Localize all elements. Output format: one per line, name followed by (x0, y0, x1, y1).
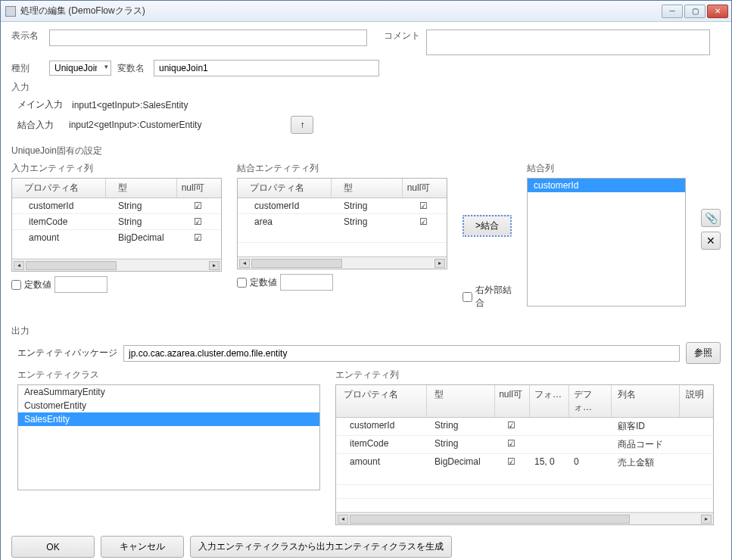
display-name-input[interactable] (49, 30, 367, 46)
label-join-entity-col: 結合エンティティ列 (237, 162, 447, 175)
titlebar: 処理の編集 (DemoFlowクラス) ─ ▢ ✕ (1, 1, 731, 22)
type-dropdown[interactable]: UniqueJoin (49, 61, 111, 76)
label-varname: 変数名 (117, 62, 148, 75)
hscroll2[interactable]: ◂ ▸ (238, 257, 447, 269)
entity-package-input[interactable] (123, 345, 680, 362)
swap-button[interactable]: ↑ (291, 116, 313, 134)
constant-checkbox-right[interactable] (237, 278, 247, 288)
input-entity-grid[interactable]: プロパティ名 型 null可 customerIdString☑itemCode… (11, 178, 222, 272)
label-join-input: 結合入力 (17, 119, 54, 132)
ocol-prop: プロパティ名 (336, 385, 427, 417)
join-input-value: input2<getInput>:CustomerEntity (69, 120, 201, 130)
cancel-button[interactable]: キャンセル (101, 536, 184, 558)
join-columns-list[interactable]: customerId (527, 178, 686, 306)
ocol-type: 型 (427, 385, 495, 417)
table-row[interactable]: itemCodeString☑商品コード (336, 436, 713, 454)
hscroll3[interactable]: ◂ ▸ (336, 512, 713, 524)
label-entity-class: エンティティクラス (17, 369, 320, 381)
label-comment: コメント (384, 30, 420, 42)
window-title: 処理の編集 (DemoFlowクラス) (20, 5, 145, 17)
join-button[interactable]: >結合 (463, 215, 512, 237)
col-null: null可 (177, 179, 212, 198)
table-row[interactable]: itemCodeString☑ (12, 214, 221, 230)
output-grid[interactable]: プロパティ名 型 null可 フォ… デフォ… 列名 説明 customerId… (335, 384, 714, 525)
label-entity-package: エンティティパッケージ (17, 347, 117, 359)
label-input: 入力 (11, 81, 721, 94)
ocol-desc: 説明 (680, 385, 713, 417)
ocol-null: null可 (495, 385, 530, 417)
col-null2: null可 (403, 179, 438, 198)
list-item[interactable]: AreaSummaryEntity (18, 385, 319, 399)
col-type: 型 (106, 179, 177, 198)
attach-button[interactable]: 📎 (701, 209, 721, 227)
constant-field-left[interactable] (55, 276, 107, 293)
comment-textarea[interactable] (426, 30, 710, 55)
generate-button[interactable]: 入力エンティティクラスから出力エンティティクラスを生成 (190, 536, 452, 558)
varname-input[interactable] (154, 60, 379, 76)
label-outer-join: 右外部結合 (475, 284, 512, 310)
list-item[interactable]: customerId (528, 179, 685, 192)
label-constant-right: 定数値 (250, 276, 277, 289)
constant-field-right[interactable] (280, 274, 333, 291)
label-entity-columns: エンティティ列 (335, 369, 721, 381)
label-main-input: メイン入力 (17, 98, 63, 111)
col-prop2: プロパティ名 (238, 179, 332, 198)
minimize-button[interactable]: ─ (662, 5, 683, 18)
hscroll[interactable]: ◂ ▸ (12, 259, 221, 271)
label-join-col: 結合列 (527, 162, 686, 175)
label-output: 出力 (11, 325, 721, 338)
label-constant-left: 定数値 (24, 278, 51, 291)
label-type: 種別 (11, 62, 43, 75)
ocol-name: 列名 (612, 385, 680, 417)
label-input-entity-col: 入力エンティティ列 (11, 162, 222, 175)
label-settings-header: UniqueJoin固有の設定 (11, 145, 721, 157)
table-row[interactable]: amountBigDecimal☑ (12, 230, 221, 245)
col-prop: プロパティ名 (12, 179, 106, 198)
close-button[interactable]: ✕ (707, 5, 728, 18)
table-row[interactable]: amountBigDecimal☑15, 00売上金額 (336, 454, 713, 471)
join-entity-grid[interactable]: プロパティ名 型 null可 customerIdString☑areaStri… (237, 178, 447, 269)
outer-join-checkbox[interactable] (463, 292, 472, 302)
ocol-format: フォ… (530, 385, 569, 417)
ocol-default: デフォ… (569, 385, 612, 417)
table-row[interactable]: customerIdString☑ (238, 198, 447, 214)
table-row[interactable]: customerIdString☑顧客ID (336, 418, 713, 436)
table-row[interactable]: areaString☑ (238, 214, 447, 229)
app-icon (5, 6, 16, 17)
table-row[interactable]: customerIdString☑ (12, 198, 221, 214)
col-type2: 型 (332, 179, 403, 198)
list-item[interactable]: CustomerEntity (18, 399, 319, 412)
label-display-name: 表示名 (11, 30, 43, 42)
remove-button[interactable]: ✕ (701, 232, 721, 250)
entity-class-list[interactable]: AreaSummaryEntityCustomerEntitySalesEnti… (17, 384, 320, 490)
list-item[interactable]: SalesEntity (18, 412, 319, 426)
main-input-value: input1<getInput>:SalesEntity (72, 100, 188, 110)
browse-button[interactable]: 参照 (686, 342, 721, 364)
constant-checkbox-left[interactable] (11, 280, 21, 290)
maximize-button[interactable]: ▢ (684, 5, 706, 18)
ok-button[interactable]: OK (11, 536, 95, 558)
